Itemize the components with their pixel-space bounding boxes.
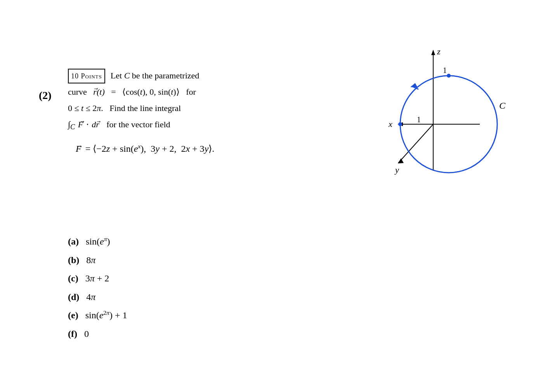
- svg-text:1: 1: [443, 66, 447, 75]
- svg-text:z: z: [437, 47, 441, 56]
- desc-line3: 0 ≤ t ≤ 2π. Find the line integral: [68, 101, 285, 116]
- svg-text:y: y: [394, 165, 399, 175]
- svg-text:C: C: [499, 101, 506, 111]
- svg-point-10: [447, 74, 451, 78]
- desc-line4: ∫C F⃗ ⋅ dr⃗ for the vector field: [68, 117, 285, 134]
- answer-a-label: (a): [68, 236, 79, 246]
- svg-marker-16: [410, 83, 418, 90]
- desc-line1: Let C be the parametrized: [111, 68, 199, 83]
- answer-b: (b) 8π: [68, 252, 127, 269]
- desc-line2: curve r⃗(t) = ⟨cos(t), 0, sin(t)⟩ for: [68, 84, 285, 100]
- answer-d: (d) 4π: [68, 288, 127, 306]
- svg-text:1: 1: [417, 115, 421, 124]
- answer-f-label: (f): [68, 329, 77, 339]
- answer-c: (c) 3π + 2: [68, 270, 127, 288]
- answer-f: (f) 0: [68, 325, 127, 343]
- answer-e: (e) sin(e2π) + 1: [68, 307, 127, 324]
- answer-a: (a) sin(eπ): [68, 233, 127, 251]
- problem-content: 10 Points Let C be the parametrized curv…: [68, 68, 285, 154]
- answers-section: (a) sin(eπ) (b) 8π (c) 3π + 2 (d) 4π (e)…: [68, 233, 127, 344]
- svg-line-3: [398, 124, 433, 163]
- answer-b-label: (b): [68, 255, 79, 265]
- problem-text: 10 Points Let C be the parametrized curv…: [68, 68, 285, 134]
- diagram: z y x 1: [359, 39, 507, 186]
- svg-marker-1: [431, 50, 435, 55]
- answer-c-label: (c): [68, 273, 78, 283]
- problem-number: (2): [39, 89, 52, 102]
- page: { "problem": { "number": "(2)", "points_…: [0, 0, 538, 392]
- vector-field-equation: F⃗ = ⟨−2z + sin(ex), 3y + 2, 2x + 3y⟩.: [76, 143, 285, 154]
- svg-point-12: [398, 122, 402, 126]
- answer-d-label: (d): [68, 292, 79, 302]
- problem-number-label: (2): [39, 89, 52, 101]
- svg-text:x: x: [388, 119, 392, 129]
- points-box: 10 Points: [68, 69, 105, 83]
- answer-e-label: (e): [68, 310, 78, 320]
- svg-marker-4: [398, 158, 404, 163]
